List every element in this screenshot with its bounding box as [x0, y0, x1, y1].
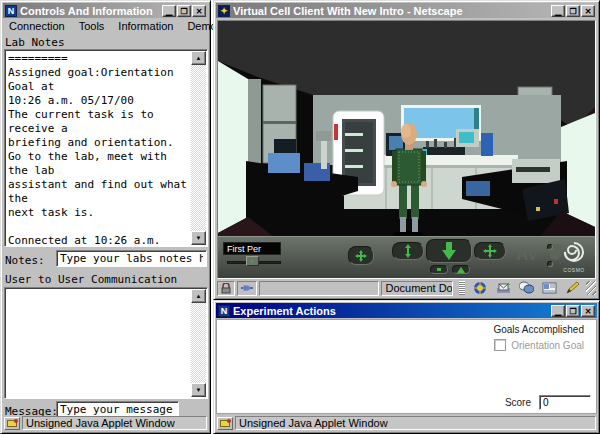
component-bar	[455, 280, 584, 296]
menu-information[interactable]: Information	[118, 20, 173, 32]
goal-row: Orientation Goal	[494, 339, 584, 351]
tilt-button[interactable]	[392, 242, 424, 260]
scroll-down-button[interactable]: ▼	[191, 383, 206, 397]
menubar: Connection Tools Information Demo	[3, 18, 208, 33]
controls-window-title: Controls And Information	[20, 5, 159, 17]
orientation-goal-checkbox[interactable]	[494, 339, 506, 351]
applet-warning-icon	[4, 417, 20, 430]
tilt-down-button[interactable]	[430, 265, 448, 274]
virtual-lab-scene[interactable]	[218, 21, 595, 237]
comm-text	[8, 290, 190, 396]
lab-notes-textarea[interactable]: ========= Assigned goal:Orientation Goal…	[4, 49, 208, 247]
minimize-button[interactable]: ▁	[551, 305, 565, 317]
padlock-icon	[221, 283, 231, 294]
dashboard-toggle-bottom[interactable]	[547, 261, 553, 267]
experiment-status-text: Unsigned Java Applet Window	[235, 416, 596, 430]
netscape-titlebar[interactable]: ✦ Virtual Cell Client With New Intro - N…	[216, 3, 597, 18]
scroll-down-button[interactable]: ▼	[191, 231, 206, 245]
lab-notes-label: Lab Notes	[5, 36, 65, 49]
controls-statusbar: Unsigned Java Applet Window	[3, 415, 208, 431]
go-button[interactable]	[426, 239, 472, 263]
netscape-icon: N	[218, 305, 230, 317]
small-triangle-icon	[457, 267, 465, 273]
controls-window: N Controls And Information ▁ ❒ ✕ Connect…	[0, 0, 211, 434]
small-dot-icon	[436, 267, 442, 272]
netscape-statusbar: Document Done	[216, 279, 597, 297]
viewpoint-slider-thumb[interactable]: ▼	[246, 256, 259, 266]
cosmo-swirl-icon	[563, 241, 585, 263]
lab-notes-text: ========= Assigned goal:Orientation Goal…	[8, 52, 190, 244]
discussions-icon[interactable]	[519, 281, 534, 295]
comm-scrollbar[interactable]: ▲ ▼	[191, 289, 206, 397]
controls-status-text: Unsigned Java Applet Window	[22, 416, 207, 430]
netscape-meteor-icon: ✦	[218, 5, 230, 17]
close-button[interactable]: ✕	[192, 5, 206, 17]
navigator-icon[interactable]	[473, 281, 488, 295]
composer-icon[interactable]	[565, 281, 580, 295]
tilt-icon	[402, 244, 414, 258]
plug-icon	[241, 284, 253, 292]
experiment-statusbar: Unsigned Java Applet Window	[216, 415, 597, 431]
comm-label: User to User Communication	[5, 273, 177, 286]
desktop: N Controls And Information ▁ ❒ ✕ Connect…	[0, 0, 600, 434]
experiment-titlebar[interactable]: N Experiment Actions ▁ ❒ ✕	[216, 303, 597, 318]
cosmo-dashboard: First Per ▼	[218, 236, 595, 278]
cosmo-logo: COSMO	[557, 241, 591, 275]
move-button[interactable]	[474, 242, 506, 260]
fridge-handle	[334, 124, 338, 140]
pan-button[interactable]	[348, 246, 374, 265]
cosmo-logo-text: COSMO	[557, 267, 591, 273]
minimize-button[interactable]: ▁	[551, 5, 565, 17]
score-row: Score	[505, 395, 591, 410]
address-book-icon[interactable]	[542, 281, 557, 295]
left-wall	[218, 61, 248, 233]
netscape-window: ✦ Virtual Cell Client With New Intro - N…	[213, 0, 600, 300]
resize-grip[interactable]	[586, 281, 596, 295]
av-ghost-icon: AV	[516, 245, 538, 265]
dashboard-toggle-top[interactable]	[547, 244, 553, 250]
viewpoint-selector[interactable]: First Per	[223, 242, 281, 255]
lab-notes-scrollbar[interactable]: ▲ ▼	[191, 51, 206, 245]
netscape-window-title: Virtual Cell Client With New Intro - Net…	[233, 5, 548, 17]
close-button[interactable]: ✕	[581, 5, 595, 17]
notes-label: Notes:	[5, 254, 45, 267]
maximize-button[interactable]: ❒	[177, 5, 191, 17]
minimize-button[interactable]: ▁	[162, 5, 176, 17]
maximize-button[interactable]: ❒	[566, 5, 580, 17]
netscape-icon: N	[5, 5, 17, 17]
left-bench-equipment	[268, 153, 300, 173]
component-bar-grip[interactable]	[459, 281, 465, 295]
computer-tower	[481, 133, 493, 156]
maximize-button[interactable]: ❒	[566, 305, 580, 317]
lab-rack[interactable]	[423, 147, 465, 155]
menu-connection[interactable]: Connection	[9, 20, 65, 32]
orientation-goal-label: Orientation Goal	[511, 340, 584, 351]
comm-textarea[interactable]: ▲ ▼	[4, 287, 208, 399]
score-input[interactable]	[539, 395, 591, 410]
close-button[interactable]: ✕	[581, 305, 595, 317]
controls-titlebar[interactable]: N Controls And Information ▁ ❒ ✕	[3, 3, 208, 18]
progress-bar	[259, 281, 379, 296]
goals-accomplished-label: Goals Accomplished	[493, 324, 584, 335]
experiment-window-title: Experiment Actions	[233, 305, 548, 317]
scroll-up-button[interactable]: ▲	[191, 289, 206, 303]
online-indicator[interactable]	[237, 281, 257, 296]
move-icon	[483, 244, 497, 258]
menu-tools[interactable]: Tools	[79, 20, 105, 32]
applet-warning-icon	[217, 417, 233, 430]
vrml-viewport[interactable]: First Per ▼	[217, 20, 596, 279]
scroll-up-button[interactable]: ▲	[191, 51, 206, 65]
tilt-up-button[interactable]	[452, 265, 470, 274]
inbox-icon[interactable]	[496, 281, 511, 295]
experiment-content: Goals Accomplished Orientation Goal Scor…	[216, 319, 597, 414]
notes-input[interactable]	[56, 250, 207, 267]
document-status: Document Done	[381, 281, 453, 296]
experiment-window: N Experiment Actions ▁ ❒ ✕ Goals Accompl…	[213, 300, 600, 434]
pan-icon	[354, 249, 368, 263]
go-arrow-icon	[439, 242, 459, 260]
score-label: Score	[505, 397, 531, 408]
security-indicator[interactable]	[217, 281, 235, 296]
